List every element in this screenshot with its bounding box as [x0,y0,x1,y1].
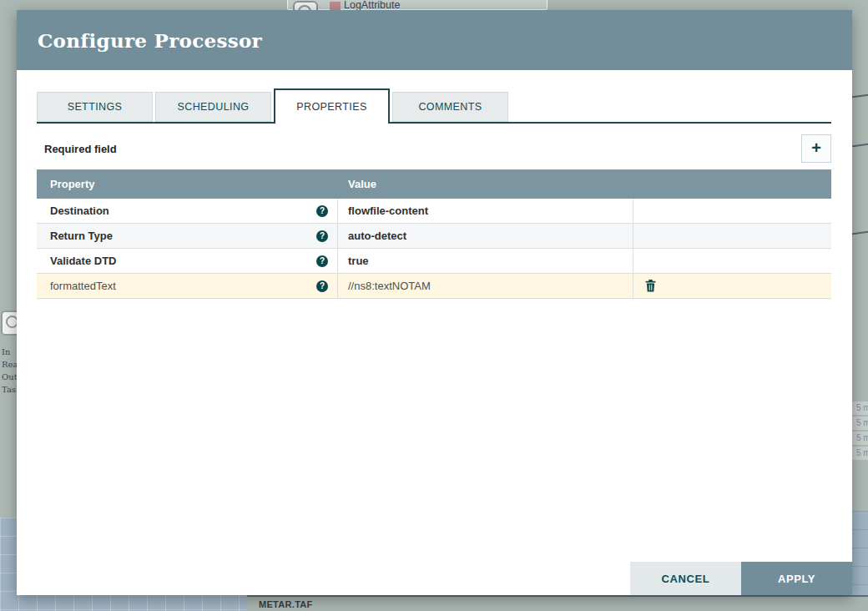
column-header-property: Property [37,178,338,190]
dialog-title: Configure Processor [38,29,262,52]
tab-comments[interactable]: COMMENTS [392,92,508,122]
stat-value: 5 min [852,417,868,430]
property-value[interactable]: auto-detect [338,224,633,248]
table-row-custom-property: formattedText ? //ns8:textNOTAM [37,274,831,299]
help-icon[interactable]: ? [316,230,328,242]
process-group-banner: METAR.TAF [247,595,868,611]
help-icon[interactable]: ? [316,255,328,267]
column-header-value: Value [338,178,633,190]
process-group-name: METAR.TAF [259,599,313,609]
table-row: Validate DTD ? true [37,249,831,274]
group-stats-values: 5 min 5 min 5 min 5 min [852,401,868,462]
nifi-canvas: LogAttribute In Read Out Tasks 5 min 5 m… [0,0,868,611]
property-value[interactable]: true [338,249,633,273]
table-toolbar: Required field + [37,134,831,163]
property-name: formattedText [50,280,116,292]
table-row: Destination ? flowfile-content [37,199,831,224]
tab-bar: SETTINGS SCHEDULING PROPERTIES COMMENTS [37,92,831,124]
dialog-footer: CANCEL APPLY [630,562,852,595]
tab-label: PROPERTIES [296,101,366,113]
apply-button[interactable]: APPLY [741,562,852,595]
tab-scheduling[interactable]: SCHEDULING [155,92,271,122]
plus-icon: + [811,139,821,158]
tab-label: SCHEDULING [178,101,250,113]
property-value[interactable]: //ns8:textNOTAM [338,274,633,298]
property-value[interactable]: flowfile-content [338,199,633,223]
help-icon[interactable]: ? [316,205,328,217]
delete-property-button[interactable] [645,280,656,292]
help-icon[interactable]: ? [316,280,328,292]
tab-label: SETTINGS [68,101,123,113]
dialog-header: Configure Processor [17,10,852,70]
property-name: Validate DTD [50,255,116,267]
property-name: Return Type [50,230,113,242]
stat-value: 5 min [852,447,868,460]
properties-table: Property Value Destination ? flowfile-co… [37,169,831,299]
add-property-button[interactable]: + [801,134,831,163]
property-name: Destination [50,205,109,217]
tab-properties[interactable]: PROPERTIES [274,88,390,124]
cancel-button[interactable]: CANCEL [630,562,741,595]
required-field-label: Required field [44,143,117,155]
processor-color-swatch [330,2,341,10]
trash-icon [645,280,656,292]
table-row: Return Type ? auto-detect [37,224,831,249]
tab-settings[interactable]: SETTINGS [37,92,153,122]
stat-value: 5 min [852,432,868,445]
stat-value: 5 min [852,401,868,415]
canvas-processor-box: LogAttribute [287,0,548,10]
configure-processor-dialog: Configure Processor SETTINGS SCHEDULING … [17,10,852,595]
table-header-row: Property Value [37,169,831,199]
tab-label: COMMENTS [418,101,482,113]
